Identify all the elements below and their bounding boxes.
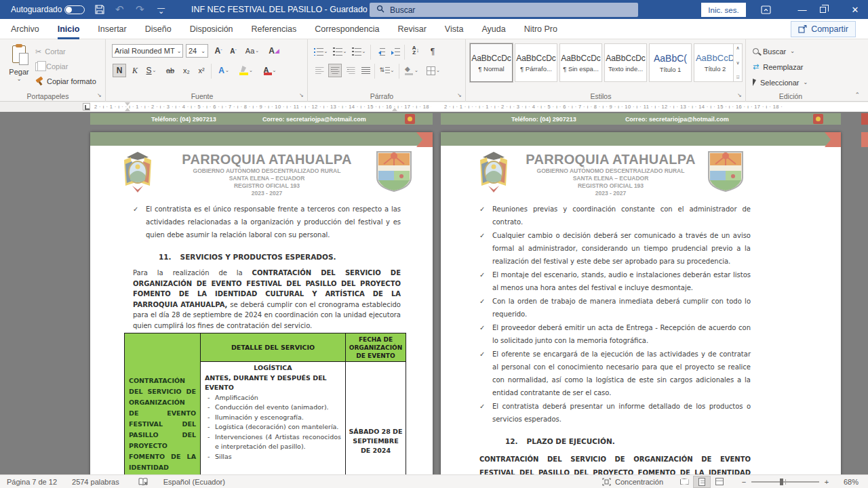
redo-icon[interactable]: ↷ — [136, 0, 144, 19]
focus-mode-button[interactable]: Concentración — [602, 478, 663, 486]
format-painter-button[interactable]: Copiar formato — [35, 75, 96, 88]
minimize-button[interactable]: — — [792, 0, 812, 19]
tab-inicio[interactable]: Inicio — [58, 19, 80, 39]
styles-gallery-scroll[interactable]: ∧∨⍗ — [733, 43, 743, 82]
previous-page-footer-right: Teléfono: (04) 2907213 Correo: secretari… — [441, 113, 841, 125]
page-8[interactable]: PARROQUIA ATAHUALPA GOBIERNO AUTÓNOMO DE… — [441, 132, 841, 474]
focus-icon — [602, 478, 611, 486]
shrink-font-button[interactable]: Aˇ — [227, 44, 239, 58]
next-page-sliver-top — [861, 113, 868, 125]
zoom-slider-thumb[interactable] — [780, 479, 783, 485]
font-size-combo[interactable]: 24 — [186, 44, 208, 58]
save-icon[interactable] — [95, 0, 104, 19]
page-indicator[interactable]: Página 7 de 12 — [7, 478, 57, 486]
style-normal[interactable]: AaBbCcDc¶ Normal — [470, 43, 513, 82]
styles-dialog-launcher[interactable]: ↘ — [737, 93, 743, 99]
share-button[interactable]: Compartir — [791, 21, 856, 37]
clipboard-dialog-launcher[interactable]: ↘ — [97, 93, 103, 99]
hanging-indent-marker[interactable] — [125, 105, 130, 111]
paragraph-marks-button[interactable]: ¶ — [427, 45, 438, 58]
tab-disposicion[interactable]: Disposición — [190, 19, 233, 39]
zoom-percentage[interactable]: 68% — [838, 478, 859, 486]
print-layout-button[interactable] — [693, 476, 711, 488]
increase-indent-button[interactable] — [389, 45, 401, 58]
shading-button[interactable]: ⌄ — [403, 64, 420, 77]
borders-button[interactable]: ⌄ — [425, 64, 442, 77]
replace-button[interactable]: ⇄Reemplazar — [753, 60, 804, 73]
line-spacing-button[interactable]: ⌄ — [378, 64, 396, 77]
style-titulo-2[interactable]: AaBbCcDTítulo 2 — [694, 43, 736, 82]
tab-revisar[interactable]: Revisar — [397, 19, 426, 39]
style-titulo-1[interactable]: AaBbC(Título 1 — [649, 43, 692, 82]
zoom-in-button[interactable]: + — [822, 478, 831, 486]
tab-insertar[interactable]: Insertar — [98, 19, 126, 39]
align-left-button[interactable] — [313, 64, 326, 77]
letterhead-line1: GOBIERNO AUTÓNOMO DESCENTRALIZADO RURAL — [514, 167, 707, 175]
highlight-button[interactable]: ⌄ — [237, 64, 256, 77]
close-button[interactable]: ✕ — [842, 0, 868, 19]
change-case-button[interactable]: Aa⌄ — [243, 44, 261, 58]
page-7[interactable]: PARROQUIA ATAHUALPA GOBIERNO AUTÓNOMO DE… — [90, 132, 433, 474]
autosave-toggle[interactable] — [64, 0, 85, 19]
tab-nitro-pro[interactable]: Nitro Pro — [524, 19, 557, 39]
quick-access-more-icon[interactable]: —⌄ — [157, 0, 165, 19]
web-layout-button[interactable] — [711, 476, 728, 488]
underline-button[interactable]: S⌄ — [142, 64, 160, 77]
copy-button[interactable]: Copiar — [35, 60, 68, 73]
text-effects-button[interactable]: A⌄ — [215, 64, 233, 77]
word-count[interactable]: 2574 palabras — [72, 478, 119, 486]
tab-diseno[interactable]: Diseño — [145, 19, 172, 39]
find-button[interactable]: Buscar⌄ — [753, 45, 795, 58]
read-mode-button[interactable] — [675, 476, 693, 488]
right-indent-marker[interactable] — [392, 105, 397, 111]
paste-button[interactable]: Pegar ⌄ — [4, 43, 34, 92]
subscript-button[interactable]: x₂ — [180, 64, 193, 77]
list-item: ✓El montaje del escenario, stands, audio… — [479, 268, 751, 294]
style-sin-espaciado[interactable]: AaBbCcDc¶ Sin espa... — [559, 43, 602, 82]
tab-correspondencia[interactable]: Correspondencia — [315, 19, 379, 39]
cut-button[interactable]: ✂Cortar — [35, 45, 66, 58]
tab-vista[interactable]: Vista — [445, 19, 464, 39]
multilevel-list-button[interactable]: ⌄ — [351, 45, 366, 58]
style-parrafo[interactable]: AaBbCcDc¶ Párrafo... — [515, 43, 557, 82]
style-texto-independiente[interactable]: AaBbCcDcTexto inde... — [604, 43, 647, 82]
letterhead-line3: REGISTRO OFICIAL 193 — [158, 182, 376, 190]
restore-button[interactable] — [812, 0, 833, 19]
undo-icon[interactable]: ↶ — [115, 0, 124, 19]
align-center-button[interactable] — [328, 64, 342, 77]
search-input[interactable]: Buscar — [370, 3, 638, 17]
check-icon: ✓ — [479, 348, 492, 399]
clear-formatting-button[interactable]: A◢ — [267, 44, 281, 58]
proofing-errors-icon[interactable] — [138, 478, 149, 486]
bold-button[interactable]: N — [113, 64, 126, 77]
align-right-button[interactable] — [344, 64, 357, 77]
bullet-list-button[interactable]: ⌄ — [313, 45, 328, 58]
grow-font-button[interactable]: Aˆ — [212, 44, 224, 58]
tab-referencias[interactable]: Referencias — [252, 19, 297, 39]
font-name-combo[interactable]: Arial Rounded MT — [112, 44, 183, 58]
font-dialog-launcher[interactable]: ↘ — [299, 93, 305, 99]
justify-button[interactable] — [359, 64, 372, 77]
language-indicator[interactable]: Español (Ecuador) — [163, 478, 225, 486]
font-color-button[interactable]: A⌄ — [261, 64, 279, 77]
tab-archivo[interactable]: Archivo — [11, 19, 39, 39]
zoom-out-button[interactable]: − — [739, 478, 749, 486]
tab-stop-selector[interactable] — [83, 103, 90, 110]
tab-ayuda[interactable]: Ayuda — [481, 19, 505, 39]
paragraph-dialog-launcher[interactable]: ↘ — [457, 93, 463, 99]
numbered-list-button[interactable]: ⌄ — [332, 45, 347, 58]
zoom-slider[interactable] — [751, 481, 819, 483]
italic-button[interactable]: K — [129, 64, 141, 77]
collapse-ribbon-icon[interactable]: ⌃ — [854, 92, 860, 98]
superscript-button[interactable]: x² — [195, 64, 208, 77]
sign-in-button[interactable]: Inic. ses. — [701, 3, 746, 17]
strikethrough-button[interactable]: ab — [163, 64, 178, 77]
select-button[interactable]: Seleccionar⌄ — [753, 76, 808, 89]
check-icon: ✓ — [133, 203, 146, 241]
decrease-indent-button[interactable] — [374, 45, 387, 58]
align-center-icon — [331, 67, 340, 75]
sort-button[interactable]: AZ↓ — [408, 43, 423, 57]
ribbon-display-options-icon[interactable] — [761, 0, 771, 19]
horizontal-ruler[interactable]: 2 · ı · 1 · ı · · ı · 1 · ı · 2 · ı · 3 … — [90, 102, 868, 111]
document-canvas[interactable]: Teléfono: (04) 2907213 Correo: secretari… — [0, 112, 868, 474]
